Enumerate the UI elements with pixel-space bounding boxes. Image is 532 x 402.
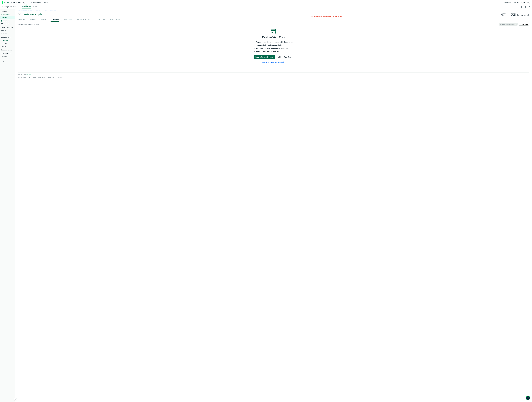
nav-triggers[interactable]: Triggers	[0, 29, 15, 32]
nav-atlas-search[interactable]: Atlas Search	[0, 22, 15, 26]
empty-heading: Explore Your Data	[18, 36, 529, 39]
nav-database-access[interactable]: Database Access	[0, 48, 15, 52]
atlas-logo[interactable]: Atlas	[2, 1, 9, 4]
cluster-meta: VERSION 7.0.15 REGION AWS Ireland (eu-we…	[501, 13, 529, 16]
access-manager-link[interactable]: Access Manager ▼	[30, 1, 43, 4]
cluster-name: cluster-example	[22, 13, 42, 16]
svg-point-2	[27, 2, 27, 2]
collapse-sidebar-button[interactable]	[14, 398, 17, 401]
project-menu-kebab[interactable]: ⋮	[18, 6, 20, 8]
svg-point-3	[521, 6, 522, 7]
svg-point-15	[274, 32, 276, 34]
nav-goto[interactable]: Goto	[0, 60, 15, 63]
get-help-link[interactable]: Get Help ▼	[513, 1, 521, 4]
folder-icon	[2, 6, 3, 7]
databases-count: 0	[26, 24, 27, 25]
database-icon	[1, 14, 2, 15]
version-label: VERSION	[501, 13, 506, 14]
nav-network-access[interactable]: Network Access	[0, 52, 15, 55]
project-picker[interactable]: example-project ▼	[2, 6, 16, 7]
footer-status[interactable]: Status	[32, 77, 36, 78]
org-picker[interactable]: Wei Kai's Or… ▼	[10, 1, 25, 4]
chevron-left-icon	[15, 399, 16, 400]
cluster-icon	[18, 13, 21, 16]
svg-rect-0	[11, 2, 11, 3]
invite-icon[interactable]	[521, 6, 523, 8]
main-content: WEI KAI'S ORG - 2024-10-06›EXAMPLE-PROJE…	[15, 9, 532, 402]
nav-data-federation[interactable]: Data Federation	[0, 35, 15, 39]
visualize-data-button[interactable]: VISUALIZE YOUR DATA	[499, 23, 518, 26]
ctab-atlas-search[interactable]: Atlas Search	[63, 18, 73, 22]
ctab-online-archive[interactable]: Online Archive	[95, 18, 106, 22]
svg-point-4	[525, 6, 526, 7]
nav-overview[interactable]: Overview	[0, 10, 15, 13]
system-status: System Status: All Good	[18, 72, 529, 76]
nav-migration[interactable]: Migration	[0, 32, 15, 35]
ctab-cmd-line-tools[interactable]: Cmd Line Tools	[110, 18, 121, 22]
refresh-icon	[520, 24, 521, 25]
ctab-realtime[interactable]: Real Time	[29, 18, 37, 22]
add-own-data-button[interactable]: Add My Own Data	[276, 55, 293, 59]
brand-text: Atlas	[4, 1, 9, 4]
nav-stream-processing[interactable]: Stream Processing	[0, 26, 15, 29]
activity-feed-icon[interactable]	[525, 6, 526, 8]
collections-stats-row: DATABASES: 0 COLLECTIONS: 0 VISUALIZE YO…	[18, 22, 529, 27]
chevron-down-icon: ▼	[41, 2, 42, 3]
ctab-metrics[interactable]: Metrics	[41, 18, 46, 22]
billing-link[interactable]: Billing	[43, 1, 49, 4]
footer-copyright: ©2024 MongoDB, Inc.	[18, 77, 31, 78]
footer-contact[interactable]: Contact Sales	[55, 77, 63, 78]
footer-links: ©2024 MongoDB, Inc. Status Terms Privacy…	[18, 76, 529, 79]
tab-data-services[interactable]: Data Services	[22, 5, 31, 9]
nav-backup[interactable]: Backup	[0, 45, 15, 48]
all-clusters-link[interactable]: All Clusters	[503, 1, 513, 4]
tab-charts[interactable]: Charts	[33, 5, 37, 9]
crumb-section[interactable]: DATABASES	[49, 10, 56, 12]
crumb-project[interactable]: EXAMPLE-PROJECT	[36, 10, 47, 12]
footer-blog[interactable]: Atlas Blog	[48, 77, 54, 78]
learn-more-link[interactable]: Learn more in Docs and Tutorials	[262, 61, 285, 63]
svg-point-14	[272, 30, 272, 30]
nav-clusters[interactable]: Clusters	[0, 16, 15, 19]
status-value[interactable]: All Good	[27, 74, 32, 75]
side-nav: Overview DATABASE Clusters SERVICES Atla…	[0, 9, 15, 402]
nav-head-security: SECURITY	[0, 39, 15, 42]
chevron-down-icon: ▼	[519, 2, 520, 3]
region-label: REGION	[511, 13, 529, 14]
global-topbar: Atlas Wei Kai's Or… ▼ Access Manager ▼ B…	[0, 0, 532, 5]
bell-icon[interactable]	[528, 6, 530, 8]
chevron-down-icon: ▼	[15, 6, 16, 7]
annotation-text: 1. No collection at the moment, leave it…	[310, 16, 343, 18]
gear-icon	[26, 1, 28, 3]
user-menu[interactable]: Wei Kai ▼	[521, 1, 530, 4]
explore-data-icon	[18, 29, 529, 35]
leaf-icon	[2, 1, 3, 4]
svg-rect-7	[1, 40, 2, 41]
ctab-collections[interactable]: Collections	[51, 18, 59, 22]
refresh-button[interactable]: REFRESH	[519, 23, 529, 26]
svg-rect-1	[12, 2, 12, 3]
org-settings-button[interactable]	[25, 1, 28, 4]
chevron-down-icon: ▼	[528, 2, 529, 3]
chevron-down-icon: ▼	[23, 2, 24, 3]
crumb-org[interactable]: WEI KAI'S ORG - 2024-10-06	[18, 10, 34, 12]
org-icon	[11, 2, 12, 3]
svg-point-10	[19, 14, 20, 15]
footer-privacy[interactable]: Privacy	[42, 77, 46, 78]
project-bar: example-project ▼ ⋮ Data Services Charts	[0, 5, 532, 9]
nav-quickstart[interactable]: Quickstart	[0, 42, 15, 45]
chat-fab-button[interactable]	[526, 396, 530, 400]
external-link-icon	[283, 61, 285, 63]
load-sample-dataset-button[interactable]: Load a Sample Dataset	[253, 55, 275, 59]
collections-label: COLLECTIONS:	[28, 24, 38, 25]
version-value: 7.0.15	[501, 14, 506, 16]
svg-point-13	[272, 30, 272, 30]
nav-head-database: DATABASE	[0, 13, 15, 16]
nav-advanced[interactable]: Advanced	[0, 55, 15, 58]
ctab-overview[interactable]: Overview	[18, 18, 25, 22]
svg-point-17	[528, 397, 528, 398]
ctab-performance-advisor[interactable]: Performance Advisor	[77, 18, 91, 22]
chat-icon	[527, 397, 529, 399]
footer-terms[interactable]: Terms	[37, 77, 41, 78]
svg-point-5	[1, 14, 2, 14]
